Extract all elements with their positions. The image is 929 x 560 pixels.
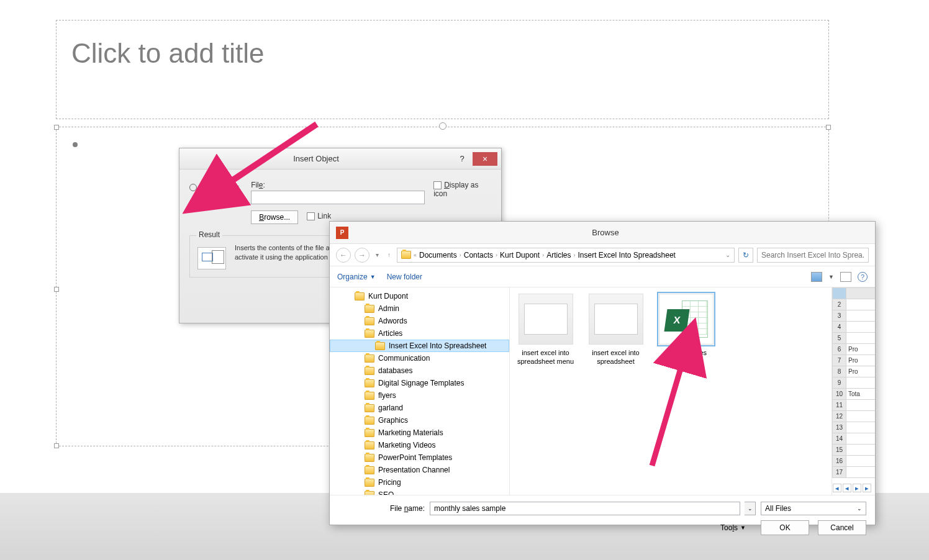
breadcrumb-item[interactable]: Contacts bbox=[464, 251, 493, 260]
cancel-button[interactable]: Cancel bbox=[818, 520, 866, 535]
refresh-button[interactable]: ↻ bbox=[738, 248, 753, 263]
folder-icon bbox=[365, 330, 374, 338]
tree-item[interactable]: Communication bbox=[330, 352, 509, 364]
dialog-title: Insert Object bbox=[179, 154, 453, 163]
ok-button[interactable]: OK bbox=[761, 520, 809, 535]
filetype-filter[interactable]: All Files⌄ bbox=[761, 502, 866, 515]
dialog-footer: File name: ⌄ All Files⌄ Tools ▼ OK Cance… bbox=[330, 495, 875, 526]
image-file-icon bbox=[519, 294, 573, 345]
tree-item-label: Marketing Videos bbox=[378, 441, 436, 449]
breadcrumb-item[interactable]: Articles bbox=[546, 251, 571, 260]
search-input[interactable] bbox=[757, 248, 869, 263]
folder-icon bbox=[365, 317, 374, 325]
file-tile[interactable]: Xmonthly sales sample bbox=[656, 294, 715, 366]
tree-item-label: Adwords bbox=[378, 317, 407, 325]
breadcrumb-item[interactable]: Insert Excel Into Spreadsheet bbox=[578, 251, 675, 260]
file-tile[interactable]: insert excel into spreadsheet menu bbox=[516, 294, 575, 366]
resize-handle[interactable] bbox=[54, 287, 59, 292]
folder-icon bbox=[401, 251, 411, 259]
up-button[interactable]: ↑ bbox=[385, 251, 393, 258]
back-button[interactable]: ← bbox=[336, 248, 351, 263]
link-checkbox[interactable]: Link bbox=[307, 212, 331, 220]
help-icon[interactable]: ? bbox=[858, 272, 868, 282]
tree-item[interactable]: Adwords bbox=[330, 315, 509, 327]
filename-dropdown[interactable]: ⌄ bbox=[745, 502, 756, 515]
display-as-icon-checkbox[interactable]: Display as icon bbox=[433, 181, 478, 198]
tools-dropdown[interactable]: Tools ▼ bbox=[720, 523, 746, 532]
help-button[interactable]: ? bbox=[453, 152, 471, 166]
folder-icon bbox=[365, 466, 374, 474]
resize-handle[interactable] bbox=[826, 125, 831, 130]
tree-item-label: Kurt Dupont bbox=[368, 292, 408, 300]
radio-icon bbox=[189, 199, 196, 207]
folder-icon bbox=[365, 404, 374, 412]
tree-item[interactable]: Digital Signage Templates bbox=[330, 377, 509, 389]
folder-icon bbox=[375, 342, 385, 350]
browse-button[interactable]: Browse... bbox=[251, 210, 298, 224]
toolbar: Organize ▼ New folder ▼ ? bbox=[330, 266, 875, 287]
dialog-titlebar[interactable]: Insert Object ? × bbox=[179, 148, 501, 169]
file-label: File: bbox=[251, 181, 425, 189]
organize-dropdown[interactable]: Organize ▼ bbox=[337, 273, 376, 281]
view-dropdown[interactable]: ▼ bbox=[828, 274, 834, 280]
tree-item[interactable]: PowerPoint Templates bbox=[330, 451, 509, 464]
rotate-handle-icon[interactable] bbox=[439, 122, 446, 130]
tree-item-label: flyers bbox=[378, 391, 396, 400]
folder-tree[interactable]: Kurt DupontAdminAdwordsArticlesInsert Ex… bbox=[330, 287, 510, 495]
folder-icon bbox=[365, 379, 374, 387]
folder-icon bbox=[365, 417, 374, 425]
title-text: Click to add title bbox=[71, 38, 813, 69]
breadcrumb-item[interactable]: Documents bbox=[419, 251, 457, 260]
tree-item[interactable]: Insert Excel Into Spreadsheet bbox=[330, 340, 509, 352]
breadcrumb-item[interactable]: Kurt Dupont bbox=[500, 251, 540, 260]
tree-item-label: Marketing Materials bbox=[378, 428, 443, 437]
history-dropdown[interactable]: ▾ bbox=[373, 251, 381, 258]
tree-item[interactable]: Pricing bbox=[330, 476, 509, 489]
tree-item[interactable]: flyers bbox=[330, 389, 509, 402]
create-new-radio[interactable]: Create new bbox=[189, 183, 242, 192]
create-from-file-radio[interactable]: Create from file bbox=[189, 194, 242, 212]
new-folder-button[interactable]: New folder bbox=[387, 273, 422, 281]
tree-item[interactable]: SEO bbox=[330, 489, 509, 495]
filename-input[interactable] bbox=[430, 502, 740, 515]
file-tile[interactable]: insert excel into spreadsheet bbox=[586, 294, 645, 366]
tree-item[interactable]: Articles bbox=[330, 327, 509, 340]
forward-button[interactable]: → bbox=[355, 248, 369, 263]
tree-item-label: Insert Excel Into Spreadsheet bbox=[389, 341, 486, 350]
title-placeholder[interactable]: Click to add title bbox=[56, 20, 829, 119]
breadcrumb-dropdown[interactable]: ⌄ bbox=[725, 251, 730, 258]
tree-item[interactable]: Admin bbox=[330, 302, 509, 315]
browse-titlebar[interactable]: P Browse bbox=[330, 222, 875, 244]
folder-icon bbox=[365, 429, 374, 437]
result-legend: Result bbox=[196, 230, 222, 239]
tree-item-label: Graphics bbox=[378, 416, 408, 425]
tree-item[interactable]: garland bbox=[330, 402, 509, 414]
tree-item[interactable]: Kurt Dupont bbox=[330, 290, 509, 302]
tree-item[interactable]: Marketing Materials bbox=[330, 427, 509, 439]
tree-item-label: Presentation Channel bbox=[378, 466, 450, 474]
checkbox-icon bbox=[433, 181, 442, 189]
folder-icon bbox=[365, 367, 374, 375]
folder-icon bbox=[365, 454, 374, 462]
preview-pane-button[interactable] bbox=[840, 272, 851, 282]
excel-file-icon: X bbox=[659, 294, 714, 345]
resize-handle[interactable] bbox=[54, 125, 59, 130]
tree-item-label: databases bbox=[378, 366, 412, 375]
tree-item-label: garland bbox=[378, 404, 403, 412]
tree-item[interactable]: Graphics bbox=[330, 414, 509, 427]
tree-item-label: Admin bbox=[378, 304, 399, 313]
tree-item[interactable]: databases bbox=[330, 364, 509, 377]
file-path-input[interactable] bbox=[251, 191, 425, 204]
file-name: insert excel into spreadsheet menu bbox=[516, 348, 575, 366]
resize-handle[interactable] bbox=[54, 443, 59, 448]
view-mode-button[interactable] bbox=[811, 272, 822, 282]
bullet-icon bbox=[73, 142, 78, 147]
tree-item[interactable]: Marketing Videos bbox=[330, 439, 509, 451]
sheet-scroll[interactable]: ◂◂▸▸ bbox=[833, 484, 871, 492]
breadcrumb[interactable]: « Documents› Contacts› Kurt Dupont› Arti… bbox=[397, 248, 735, 263]
tree-item[interactable]: Presentation Channel bbox=[330, 464, 509, 476]
file-list: insert excel into spreadsheet menuinsert… bbox=[510, 287, 832, 495]
close-button[interactable]: × bbox=[473, 152, 497, 166]
browse-dialog: P Browse ← → ▾ ↑ « Documents› Contacts› … bbox=[329, 221, 876, 525]
powerpoint-icon: P bbox=[336, 227, 348, 239]
